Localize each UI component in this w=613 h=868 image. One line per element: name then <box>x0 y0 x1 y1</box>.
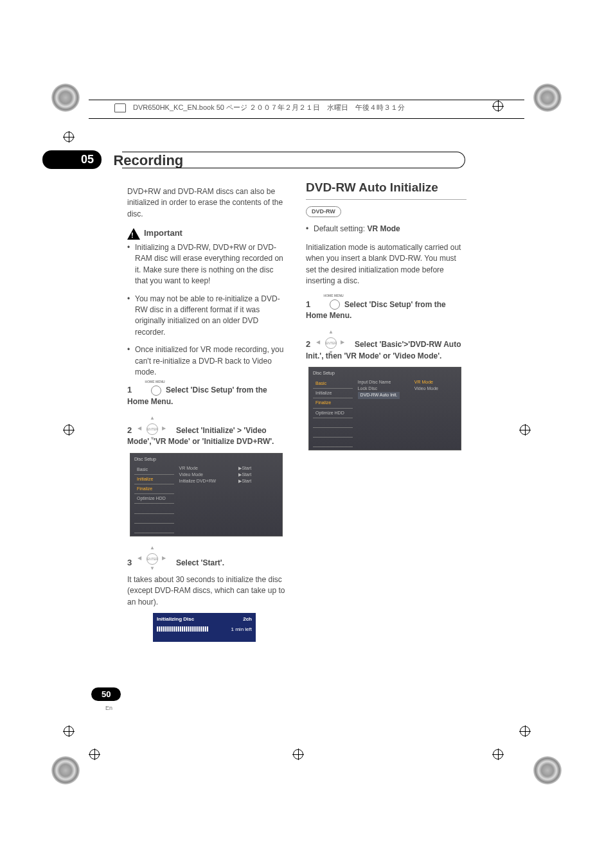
print-swirl-icon <box>51 84 80 112</box>
crop-mark-icon <box>519 424 531 436</box>
chapter-pill-border <box>122 152 465 168</box>
step-1: 1 HOME MENU Select 'Disc Setup' from the… <box>127 384 288 407</box>
enter-dpad-icon: ENTER ▲▼◀▶ <box>317 330 343 355</box>
crop-mark-icon <box>492 748 504 760</box>
progress-time: 1 min left <box>231 626 252 633</box>
print-swirl-icon <box>533 84 562 112</box>
menu-title: Disc Setup <box>313 371 335 375</box>
step-text: Select 'Disc Setup' from the Home Menu. <box>306 300 446 321</box>
warning-icon: ! <box>127 228 140 240</box>
default-setting: Default setting: VR Mode <box>306 224 466 235</box>
step-number: 1 <box>127 385 132 394</box>
disc-setup-screenshot-1: Disc Setup Basic Initialize Finalize Opt… <box>130 453 283 536</box>
print-swirl-icon <box>533 756 562 784</box>
section-heading: DVD-RW Auto Initialize <box>306 179 466 200</box>
initializing-progress-dialog: Initializing Disc 2ch 1 min left <box>153 613 256 642</box>
crop-mark-icon <box>519 725 531 737</box>
crop-mark-icon <box>63 131 75 143</box>
step-text: Select 'Disc Setup' from the Home Menu. <box>127 385 267 406</box>
enter-dpad-icon: ENTER ▲▼◀▶ <box>139 545 164 571</box>
page-language: En <box>105 705 112 711</box>
body-paragraph: Initialization mode is automatically car… <box>306 242 466 287</box>
important-item: Initializing a DVD-RW, DVD+RW or DVD-RAM… <box>127 242 288 287</box>
crop-mark-icon <box>292 748 304 760</box>
step-3-after: It takes about 30 seconds to initialize … <box>127 574 288 608</box>
crop-mark-icon <box>63 424 75 436</box>
right-column: DVD-RW Auto Initialize DVD-RW Default se… <box>306 179 466 642</box>
progress-channels: 2ch <box>243 616 252 623</box>
book-icon <box>114 103 126 112</box>
chapter-number: 05 <box>42 150 102 169</box>
enter-dpad-icon: ENTER ▲▼◀▶ <box>139 416 164 441</box>
header-text: DVR650HK_KC_EN.book 50 ページ ２００７年２月２１日 水曜… <box>133 103 405 111</box>
disc-type-badge: DVD-RW <box>306 206 341 217</box>
home-menu-button-icon: HOME MENU <box>151 385 161 396</box>
important-item: You may not be able to re-initialize a D… <box>127 294 288 339</box>
book-header: DVR650HK_KC_EN.book 50 ページ ２００７年２月２１日 水曜… <box>89 100 524 119</box>
crop-mark-icon <box>89 748 100 760</box>
crop-mark-icon <box>63 725 75 737</box>
intro-paragraph: DVD+RW and DVD-RAM discs can also be ini… <box>127 186 288 220</box>
menu-title: Disc Setup <box>134 457 156 461</box>
step-number: 1 <box>306 299 310 309</box>
important-list: Initializing a DVD-RW, DVD+RW or DVD-RAM… <box>127 242 288 378</box>
print-swirl-icon <box>51 756 80 784</box>
progress-bar-icon <box>157 626 208 632</box>
home-menu-button-icon: HOME MENU <box>330 299 340 310</box>
disc-setup-screenshot-2: Disc Setup Basic Initialize Finalize Opt… <box>308 367 461 450</box>
progress-title: Initializing Disc <box>157 616 194 623</box>
important-label: Important <box>144 227 182 240</box>
important-item: Once initialized for VR mode recording, … <box>127 344 288 378</box>
left-column: DVD+RW and DVD-RAM discs can also be ini… <box>127 179 288 642</box>
page-number: 50 <box>91 687 121 701</box>
step-1: 1 HOME MENU Select 'Disc Setup' from the… <box>306 299 466 322</box>
